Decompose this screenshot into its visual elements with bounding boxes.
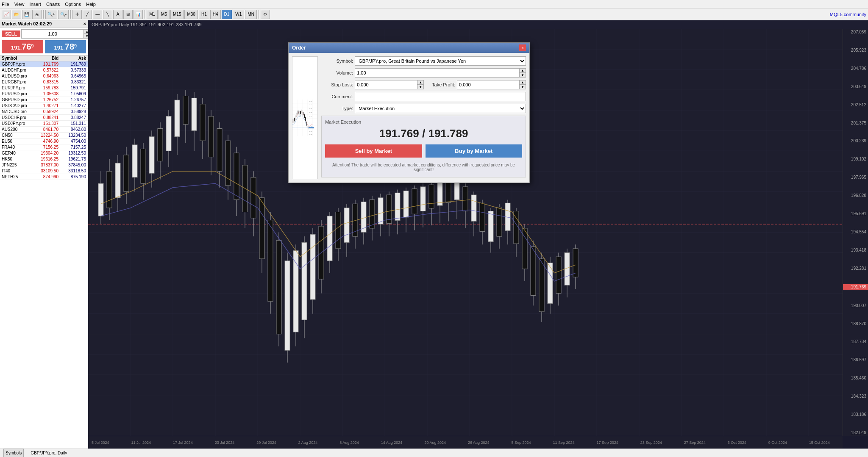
- type-select[interactable]: Market Execution: [355, 104, 526, 113]
- zoom-in-btn[interactable]: 🔍+: [45, 10, 57, 19]
- volume-up-btn[interactable]: ▲: [519, 68, 526, 73]
- svg-rect-88: [310, 234, 315, 299]
- sell-button[interactable]: SELL: [2, 30, 20, 37]
- price-axis-label: 200.239: [843, 138, 868, 143]
- market-watch-row[interactable]: FRA40 7156.25 7157.25: [0, 144, 88, 150]
- mw-ask: 13234.50: [60, 133, 88, 138]
- zoom-out-btn[interactable]: 🔍-: [58, 10, 69, 19]
- market-watch-row[interactable]: CN50 13224.50 13234.50: [0, 133, 88, 138]
- mw-symbol: EURJPY.pro: [0, 85, 33, 91]
- market-watch-row[interactable]: IT40 33109.50 33118.50: [0, 168, 88, 174]
- market-watch-row[interactable]: EU50 4746.90 4754.00: [0, 138, 88, 144]
- volume-row: Volume: ▲ ▼: [321, 68, 526, 78]
- crosshair-btn[interactable]: ✛: [72, 10, 82, 19]
- tp-input-group: ▲ ▼: [457, 80, 526, 89]
- market-watch-close-btn[interactable]: ×: [83, 21, 86, 26]
- menu-charts[interactable]: Charts: [46, 2, 60, 7]
- menu-options[interactable]: Options: [65, 2, 81, 7]
- sl-up-btn[interactable]: ▲: [417, 80, 424, 85]
- mw-ask: 1.26757: [60, 97, 88, 102]
- market-watch-row[interactable]: AUDUSD.pro 0.64963 0.64965: [0, 73, 88, 79]
- mw-bid: 37837.00: [33, 162, 60, 168]
- price-axis-label: 191.769: [843, 284, 868, 290]
- mw-bid: 874.990: [33, 174, 60, 180]
- hline-btn[interactable]: —: [93, 10, 102, 19]
- sell-by-market-btn[interactable]: Sell by Market: [325, 144, 422, 158]
- text-btn[interactable]: A: [113, 10, 122, 19]
- tf-m15[interactable]: M15: [170, 10, 184, 19]
- tp-up-btn[interactable]: ▲: [519, 80, 526, 85]
- take-profit-input[interactable]: [457, 80, 519, 89]
- tf-m5[interactable]: M5: [159, 10, 170, 19]
- svg-rect-96: [344, 208, 349, 243]
- dialog-close-btn[interactable]: ×: [519, 44, 526, 51]
- tf-mn[interactable]: MN: [245, 10, 257, 19]
- symbols-btn[interactable]: Symbols: [3, 449, 24, 457]
- new-chart-btn[interactable]: 📈: [2, 10, 11, 19]
- svg-rect-194: [303, 112, 303, 115]
- menu-view[interactable]: View: [14, 2, 25, 7]
- market-watch-row[interactable]: EURUSD.pro 1.05608 1.05609: [0, 91, 88, 97]
- price-pair-display: 191.769 / 191.789: [325, 127, 522, 140]
- volume-spinners: ▲ ▼: [519, 68, 526, 78]
- volume-input[interactable]: [21, 29, 83, 39]
- time-axis-label: 11 Sep 2024: [553, 440, 575, 445]
- dialog-mini-chart: 191.800 191.796 191.791 191.786 191.782 …: [292, 56, 318, 179]
- tp-down-btn[interactable]: ▼: [519, 85, 526, 89]
- indicators-btn[interactable]: 📊: [134, 10, 143, 19]
- market-watch-row[interactable]: NETH25 874.990 875.190: [0, 174, 88, 180]
- tf-h4[interactable]: H4: [210, 10, 221, 19]
- market-watch-row[interactable]: AUS200 8461.70 8462.80: [0, 127, 88, 133]
- open-btn[interactable]: 📂: [12, 10, 21, 19]
- save-btn[interactable]: 💾: [22, 10, 31, 19]
- buy-by-market-btn[interactable]: Buy by Market: [426, 144, 522, 158]
- market-watch-row[interactable]: EURGBP.pro 0.83315 0.83321: [0, 79, 88, 85]
- print-btn[interactable]: 🖨: [32, 10, 42, 19]
- svg-rect-48: [141, 149, 146, 183]
- volume-down-btn[interactable]: ▼: [519, 73, 526, 78]
- tf-w1[interactable]: W1: [233, 10, 244, 19]
- symbol-select[interactable]: GBP/JPY.pro, Great Britain Pound vs Japa…: [355, 56, 526, 66]
- comment-input[interactable]: [355, 92, 526, 101]
- line-btn[interactable]: ╱: [83, 10, 92, 19]
- sl-down-btn[interactable]: ▼: [417, 85, 424, 89]
- grid-btn[interactable]: ⊞: [123, 10, 133, 19]
- price-axis-label: 192.281: [843, 266, 868, 271]
- tf-h1[interactable]: H1: [199, 10, 209, 19]
- buy-prefix: 191.: [54, 44, 64, 51]
- market-watch-row[interactable]: HK50 19616.25 19621.75: [0, 156, 88, 162]
- market-watch-row[interactable]: AUDCHF.pro 0.57322 0.57333: [0, 67, 88, 73]
- menu-insert[interactable]: Insert: [29, 2, 41, 7]
- comment-label: Comment:: [321, 94, 353, 99]
- market-watch-row[interactable]: USDCAD.pro 1.40271 1.40277: [0, 103, 88, 109]
- svg-rect-200: [306, 122, 307, 126]
- mw-bid: 0.64963: [33, 73, 60, 79]
- volume-input-group: ▲ ▼: [355, 68, 526, 78]
- market-watch-row[interactable]: USDJPY.pro 151.307 151.311: [0, 121, 88, 127]
- tf-m1[interactable]: M1: [147, 10, 158, 19]
- market-watch-row[interactable]: GBPJPY.pro 191.769 191.789: [0, 61, 88, 67]
- svg-rect-112: [412, 189, 417, 214]
- menu-help[interactable]: Help: [86, 2, 96, 7]
- market-watch-row[interactable]: GER40 19304.20 19312.50: [0, 150, 88, 156]
- sl-spinners: ▲ ▼: [417, 80, 424, 89]
- trendline-btn[interactable]: ╲: [103, 10, 112, 19]
- mw-ask: 0.83321: [60, 79, 88, 85]
- market-watch-row[interactable]: USDCHF.pro 0.88241 0.88247: [0, 115, 88, 121]
- market-watch-row[interactable]: JPN225 37837.00 37845.00: [0, 162, 88, 168]
- market-watch-row[interactable]: NZDUSD.pro 0.58924 0.58928: [0, 109, 88, 115]
- tf-m30[interactable]: M30: [184, 10, 198, 19]
- dialog-volume-input[interactable]: [355, 68, 519, 78]
- market-watch-row[interactable]: GBPUSD.pro 1.26752 1.26757: [0, 97, 88, 103]
- mw-symbol: FRA40: [0, 144, 33, 150]
- expert-btn[interactable]: ⚙: [261, 10, 270, 19]
- tf-d1[interactable]: D1: [222, 10, 232, 19]
- svg-rect-102: [370, 200, 375, 228]
- stop-loss-input[interactable]: [355, 80, 417, 89]
- market-watch-row[interactable]: EURJPY.pro 159.783 159.791: [0, 85, 88, 91]
- mql-community[interactable]: MQL5.community: [830, 12, 866, 17]
- svg-rect-128: [480, 203, 485, 231]
- sell-sup: 9: [31, 43, 34, 48]
- menu-file[interactable]: File: [2, 2, 9, 7]
- mw-bid: 0.58924: [33, 109, 60, 114]
